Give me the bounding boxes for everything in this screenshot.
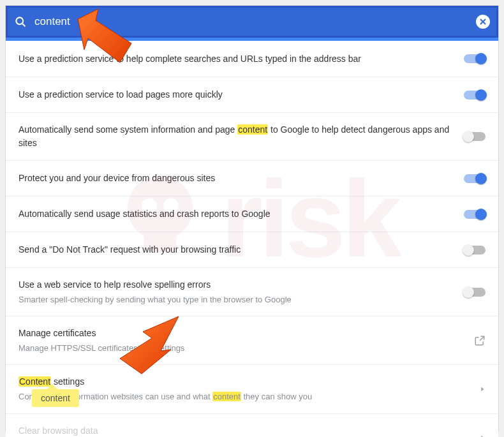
chevron-right-icon bbox=[479, 433, 485, 437]
setting-title: Use a web service to help resolve spelli… bbox=[19, 278, 451, 292]
setting-send-system-info: Automatically send some system informati… bbox=[6, 112, 498, 160]
svg-point-0 bbox=[16, 17, 23, 24]
open-external-icon bbox=[474, 335, 485, 346]
svg-line-1 bbox=[22, 24, 25, 26]
setting-spelling-service: Use a web service to help resolve spelli… bbox=[6, 267, 498, 316]
search-tooltip: content bbox=[32, 389, 79, 407]
toggle-switch[interactable] bbox=[464, 288, 485, 297]
setting-title: Manage certificates bbox=[19, 327, 461, 340]
setting-prediction-pages: Use a prediction service to load pages m… bbox=[6, 77, 498, 112]
settings-panel: Use a prediction service to help complet… bbox=[5, 5, 499, 432]
setting-title: Clear browsing data bbox=[19, 424, 466, 437]
setting-manage-certificates[interactable]: Manage certificates Manage HTTPS/SSL cer… bbox=[6, 316, 498, 364]
setting-title: Use a prediction service to help complet… bbox=[19, 52, 451, 66]
toggle-switch[interactable] bbox=[464, 210, 485, 219]
search-bar bbox=[6, 6, 498, 38]
setting-do-not-track: Send a "Do Not Track" request with your … bbox=[6, 232, 498, 267]
chevron-right-icon bbox=[479, 385, 485, 394]
search-input[interactable] bbox=[34, 15, 468, 28]
setting-title: Content settings bbox=[19, 375, 466, 389]
toggle-switch[interactable] bbox=[464, 174, 485, 183]
setting-prediction-searches: Use a prediction service to help complet… bbox=[6, 41, 498, 77]
setting-subtitle: Smarter spell-checking by sending what y… bbox=[19, 294, 451, 306]
setting-subtitle: Manage HTTPS/SSL certificates and settin… bbox=[19, 343, 461, 354]
setting-title: Automatically send usage statistics and … bbox=[19, 207, 451, 221]
search-icon bbox=[14, 15, 27, 28]
setting-title: Automatically send some system informati… bbox=[19, 123, 451, 150]
clear-search-button[interactable] bbox=[476, 15, 490, 29]
settings-list: Use a prediction service to help complet… bbox=[6, 41, 498, 437]
toggle-switch[interactable] bbox=[464, 91, 485, 100]
setting-title: Protect you and your device from dangero… bbox=[19, 172, 451, 185]
toggle-switch[interactable] bbox=[464, 132, 485, 141]
setting-title: Send a "Do Not Track" request with your … bbox=[19, 243, 451, 256]
toggle-switch[interactable] bbox=[464, 54, 485, 63]
setting-content-settings[interactable]: Content settings Control what informatio… bbox=[6, 364, 498, 413]
setting-usage-stats: Automatically send usage statistics and … bbox=[6, 196, 498, 232]
toggle-switch[interactable] bbox=[464, 246, 485, 255]
setting-title: Use a prediction service to load pages m… bbox=[19, 88, 451, 101]
setting-clear-browsing-data[interactable]: Clear browsing data Clear history, cooki… bbox=[6, 413, 498, 437]
setting-subtitle: Control what information websites can us… bbox=[19, 391, 466, 403]
setting-safe-browsing: Protect you and your device from dangero… bbox=[6, 160, 498, 196]
